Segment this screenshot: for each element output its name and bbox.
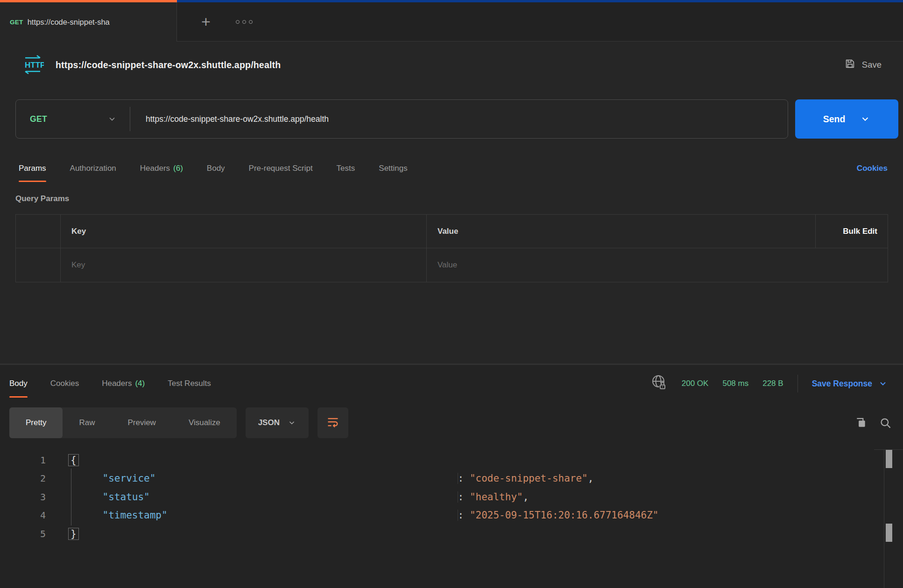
tab-title: https://code-snippet-sha xyxy=(28,18,110,27)
response-body-code: 1{2 "service": "code-snippet-share",3 "s… xyxy=(0,451,882,543)
code-text: { xyxy=(68,454,79,466)
code-line: 3 "status": "healthy", xyxy=(0,488,882,506)
send-options-chevron-icon[interactable] xyxy=(860,114,870,124)
response-view-toolbar: Pretty Raw Preview Visualize JSON xyxy=(9,407,892,438)
fold-guide-line xyxy=(71,469,71,525)
headers-count-badge: (6) xyxy=(173,164,183,173)
code-text: "service": "code-snippet-share", xyxy=(68,473,593,484)
response-headers-count-badge: (4) xyxy=(135,379,145,388)
param-value-input[interactable] xyxy=(437,260,843,270)
view-pretty[interactable]: Pretty xyxy=(9,407,63,438)
line-number: 1 xyxy=(0,455,46,466)
tab-options-icon[interactable] xyxy=(233,14,255,30)
view-raw[interactable]: Raw xyxy=(63,407,111,438)
copy-icon[interactable] xyxy=(855,417,867,429)
send-button[interactable]: Send xyxy=(795,99,898,139)
format-value: JSON xyxy=(258,418,280,427)
response-actions xyxy=(855,417,892,429)
param-key-input[interactable] xyxy=(71,260,391,270)
save-label: Save xyxy=(862,60,882,70)
column-header-key: Key xyxy=(71,227,86,236)
bulk-edit-button[interactable]: Bulk Edit xyxy=(843,227,877,236)
scrollbar-thumb-lower[interactable] xyxy=(886,524,892,542)
send-label: Send xyxy=(823,114,846,125)
scrollbar-thumb-upper[interactable] xyxy=(886,450,892,468)
line-number: 3 xyxy=(0,491,46,503)
response-tabs: Body Cookies Headers(4) Test Results xyxy=(9,370,888,398)
code-text: "status": "healthy", xyxy=(68,491,529,503)
tab-pre-request-script[interactable]: Pre-request Script xyxy=(249,155,313,182)
chevron-down-icon xyxy=(107,114,117,124)
code-text: "timestamp": "2025-09-15T16:20:16.677164… xyxy=(68,510,658,521)
tab-authorization[interactable]: Authorization xyxy=(70,155,116,182)
response-tab-headers[interactable]: Headers(4) xyxy=(102,370,145,398)
query-params-header-row: Key Value Bulk Edit xyxy=(16,215,888,248)
view-preview[interactable]: Preview xyxy=(111,407,172,438)
response-meta: 200 OK 508 ms 228 B Save Response xyxy=(651,370,888,398)
response-tab-test-results[interactable]: Test Results xyxy=(168,370,211,398)
cookies-link[interactable]: Cookies xyxy=(857,164,888,173)
query-params-table: Key Value Bulk Edit xyxy=(15,214,888,282)
code-line: 4 "timestamp": "2025-09-15T16:20:16.6771… xyxy=(0,506,882,525)
save-icon xyxy=(844,58,856,72)
request-title-row: HTTP https://code-snippet-share-ow2x.shu… xyxy=(21,49,882,80)
request-title: https://code-snippet-share-ow2x.shuttle.… xyxy=(56,60,281,70)
row-handle-cell xyxy=(16,248,61,282)
query-params-empty-row xyxy=(16,248,888,282)
response-time: 508 ms xyxy=(722,379,748,388)
tab-headers[interactable]: Headers(6) xyxy=(140,155,183,182)
save-response-button[interactable]: Save Response xyxy=(812,379,888,389)
query-params-heading: Query Params xyxy=(15,194,69,203)
request-tabs: Params Authorization Headers(6) Body Pre… xyxy=(19,155,888,182)
line-number: 5 xyxy=(0,528,46,539)
view-mode-switcher: Pretty Raw Preview Visualize xyxy=(9,407,237,438)
tab-settings[interactable]: Settings xyxy=(379,155,407,182)
svg-text:HTTP: HTTP xyxy=(25,61,44,70)
code-line: 1{ xyxy=(0,451,882,469)
active-tab-accent xyxy=(0,0,177,2)
fold-toggle[interactable]: { xyxy=(68,454,79,466)
format-dropdown[interactable]: JSON xyxy=(246,407,309,438)
tab-params[interactable]: Params xyxy=(19,155,46,182)
status-code: 200 OK xyxy=(682,379,709,388)
response-pane: Body Cookies Headers(4) Test Results xyxy=(0,365,903,588)
response-size: 228 B xyxy=(762,379,783,388)
url-input[interactable] xyxy=(146,114,706,124)
row-handle-column xyxy=(16,215,61,248)
code-line: 5} xyxy=(0,525,882,543)
wrap-lines-button[interactable] xyxy=(317,407,348,438)
scrollbar-track xyxy=(884,449,884,588)
tab-bar-strip: + xyxy=(177,2,903,42)
http-request-icon: HTTP xyxy=(21,52,44,77)
fold-toggle[interactable]: } xyxy=(68,528,79,540)
column-header-value: Value xyxy=(437,227,458,236)
tab-tests[interactable]: Tests xyxy=(337,155,355,182)
response-tab-cookies[interactable]: Cookies xyxy=(50,370,79,398)
method-dropdown[interactable]: GET xyxy=(16,100,130,138)
line-number: 4 xyxy=(0,510,46,521)
line-number: 2 xyxy=(0,473,46,484)
wrap-lines-icon xyxy=(326,415,339,430)
response-tab-body[interactable]: Body xyxy=(9,370,28,398)
method-value: GET xyxy=(30,114,47,124)
save-button[interactable]: Save xyxy=(844,58,882,72)
request-tab[interactable]: GET https://code-snippet-sha xyxy=(0,2,177,42)
url-bar-divider xyxy=(130,107,130,131)
tab-method-badge: GET xyxy=(10,19,23,26)
app-window: GET https://code-snippet-sha + HTTP http… xyxy=(0,0,903,588)
tab-title-fade xyxy=(143,2,176,42)
network-globe-lock-icon xyxy=(651,374,668,393)
code-text: } xyxy=(68,528,79,540)
meta-divider xyxy=(797,375,798,392)
request-url-bar: GET xyxy=(15,99,788,139)
search-icon[interactable] xyxy=(879,417,892,429)
tab-body[interactable]: Body xyxy=(207,155,225,182)
code-line: 2 "service": "code-snippet-share", xyxy=(0,469,882,488)
request-tab-bar: GET https://code-snippet-sha + xyxy=(0,2,903,42)
view-visualize[interactable]: Visualize xyxy=(172,407,237,438)
new-tab-button[interactable]: + xyxy=(196,12,216,32)
